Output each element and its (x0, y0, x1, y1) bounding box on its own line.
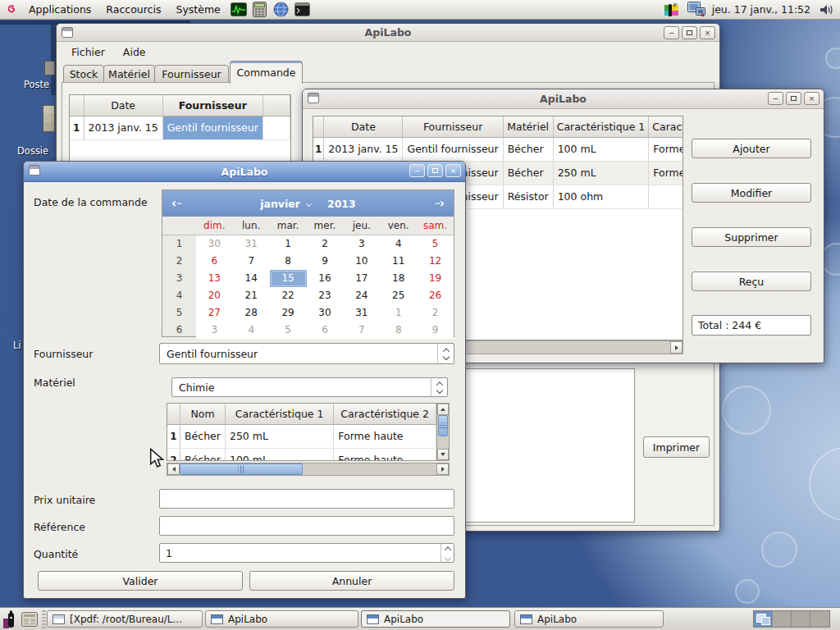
reference-input[interactable] (159, 516, 454, 536)
table-cell[interactable]: Bécher (180, 424, 226, 448)
table-cell[interactable]: 100 mL (225, 448, 333, 461)
tab-stock[interactable]: Stock (63, 65, 104, 84)
terminal-icon[interactable] (294, 2, 312, 18)
dialog-titlebar[interactable]: ApiLabo − × (24, 162, 465, 182)
table-cell[interactable]: Forme haute (334, 448, 436, 461)
table-cell[interactable]: 250 mL (225, 424, 333, 448)
menu-aide[interactable]: Aide (115, 43, 154, 62)
table-cell[interactable]: Bécher (503, 161, 553, 185)
calendar-day[interactable]: 4 (233, 322, 270, 339)
table-cell[interactable]: 250 mL (553, 161, 649, 185)
calendar-day[interactable]: 8 (270, 253, 307, 270)
column-header[interactable]: Matériel (503, 116, 553, 137)
vertical-scrollbar[interactable] (436, 403, 450, 461)
table-row[interactable]: 12013 janv. 15Gentil fournisseur (70, 116, 290, 139)
tab-commande[interactable]: Commande (230, 61, 303, 84)
workspace-1[interactable] (754, 611, 773, 627)
system-monitor-icon[interactable] (230, 2, 248, 18)
table-cell[interactable]: 1 (70, 116, 84, 139)
combo-arrows-icon[interactable] (431, 378, 447, 396)
calendar-day[interactable]: 1 (270, 235, 307, 253)
materiel-combo[interactable]: Chimie (171, 377, 448, 397)
calendar-day[interactable]: 16 (307, 270, 344, 287)
calendar-day[interactable]: 3 (196, 322, 233, 339)
detail-window-titlebar[interactable]: ApiLabo − × (303, 89, 824, 109)
web-browser-icon[interactable] (272, 2, 290, 18)
calendar-day[interactable]: 18 (380, 270, 417, 287)
desktop-icon-label[interactable]: Poste (24, 79, 49, 90)
table-cell[interactable]: 100 mL (553, 137, 649, 161)
column-header[interactable]: Date (84, 95, 162, 116)
taskbar-item-apilabo-1[interactable]: ApiLabo (205, 610, 358, 628)
calendar-day[interactable]: 22 (270, 287, 307, 304)
taskbar-item-xpdf[interactable]: [Xpdf: /root/Bureau/L... (47, 610, 203, 628)
table-cell[interactable]: Gentil fournisseur (162, 116, 262, 139)
calendar-day[interactable]: 8 (380, 322, 417, 339)
menu-fichier[interactable]: Fichier (63, 43, 113, 62)
column-header[interactable] (262, 95, 290, 116)
ajouter-button[interactable]: Ajouter (692, 139, 811, 158)
tab-materiel[interactable]: Matériel (103, 65, 155, 84)
desktop-icon-label[interactable]: Li (13, 340, 21, 351)
keyboard-layout-icon[interactable]: e (663, 2, 681, 18)
spin-down-icon[interactable] (441, 553, 454, 562)
calendar-day[interactable]: 3 (343, 235, 380, 253)
column-header[interactable]: Fournisseur (403, 116, 503, 137)
calendar-day[interactable]: 5 (417, 235, 454, 253)
clock[interactable]: jeu. 17 janv., 11:52 (710, 3, 812, 16)
main-window-titlebar[interactable]: ApiLabo − × (57, 24, 719, 42)
calendar-day[interactable]: 6 (307, 322, 344, 339)
calendar-day[interactable]: 9 (307, 253, 344, 270)
close-icon[interactable]: × (804, 92, 819, 105)
table-row[interactable]: 2Bécher100 mLForme haute (167, 448, 436, 461)
file-manager-icon[interactable] (21, 610, 39, 628)
table-cell[interactable]: 100 ohm (553, 185, 649, 208)
drawer-desktop-icon[interactable] (43, 105, 55, 132)
scrollbar-thumb[interactable] (180, 463, 303, 475)
computer-desktop-icon[interactable] (44, 61, 55, 75)
quantite-stepper[interactable]: 1 (159, 543, 454, 563)
display-icon[interactable] (687, 2, 705, 18)
column-header[interactable]: Nom (180, 404, 226, 424)
combo-arrows-icon[interactable] (437, 344, 454, 363)
table-cell[interactable]: Forme haute (649, 161, 683, 185)
calendar-day[interactable]: 31 (343, 304, 380, 322)
calendar-day[interactable]: 25 (380, 287, 417, 304)
calendar-day[interactable]: 5 (270, 322, 307, 339)
imprimer-button[interactable]: Imprimer (643, 436, 710, 458)
column-header[interactable] (167, 404, 180, 424)
desktop-icon-label[interactable]: Dossie (17, 145, 48, 157)
taskbar-item-apilabo-3[interactable]: ApiLabo (514, 610, 664, 628)
calendar-day[interactable]: 7 (343, 322, 380, 339)
scroll-up-icon[interactable] (437, 404, 449, 415)
table-row[interactable]: 1Bécher250 mLForme haute (167, 424, 436, 448)
table-cell[interactable]: Forme haute (334, 424, 436, 448)
calendar-day[interactable]: 9 (417, 322, 454, 339)
taskbar-item-apilabo-2[interactable]: ApiLabo (361, 610, 510, 628)
calendar-day[interactable]: 13 (196, 270, 233, 287)
table-cell[interactable]: Forme haute (649, 137, 683, 161)
table-cell[interactable]: 1 (167, 424, 180, 448)
calendar-day[interactable]: 27 (196, 304, 233, 322)
column-header[interactable]: Date (324, 116, 403, 137)
calendar-day[interactable]: 11 (380, 253, 417, 270)
calendar-day[interactable]: 2 (307, 235, 344, 253)
table-row[interactable]: 12013 janv. 15Gentil fournisseurBécher10… (313, 137, 683, 161)
tab-fournisseur[interactable]: Fournisseur (154, 65, 229, 84)
scroll-left-icon[interactable] (167, 463, 180, 475)
calendar-day[interactable]: 30 (307, 304, 344, 322)
table-cell[interactable]: 2013 janv. 15 (324, 137, 403, 161)
workspace-2[interactable] (773, 611, 792, 627)
calendar-day[interactable]: 26 (417, 287, 454, 304)
workspace-3[interactable] (792, 611, 810, 627)
calendar-day[interactable]: 1 (380, 304, 417, 322)
table-cell[interactable]: 1 (313, 137, 324, 161)
maximize-icon[interactable] (427, 164, 443, 177)
horizontal-scrollbar[interactable] (167, 463, 450, 476)
table-cell[interactable]: Résistor (503, 185, 553, 208)
calendar-day[interactable]: 30 (196, 235, 233, 253)
valider-button[interactable]: Valider (38, 571, 243, 591)
calendar-day[interactable]: 29 (270, 304, 307, 322)
recu-button[interactable]: Reçu (692, 272, 811, 291)
maximize-icon[interactable] (682, 26, 697, 39)
